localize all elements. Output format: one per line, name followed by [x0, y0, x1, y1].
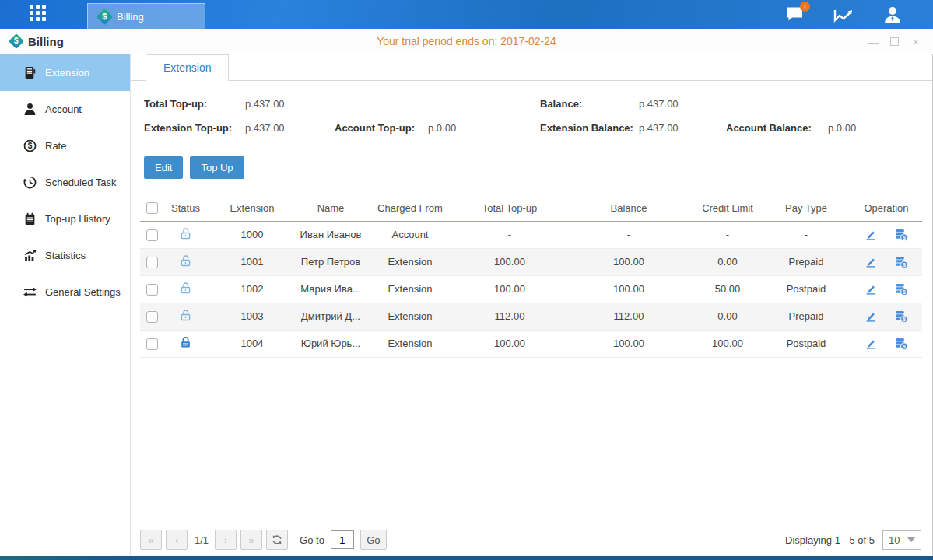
select-all-checkbox[interactable]	[146, 202, 158, 214]
sidebar-item-scheduled-task[interactable]: Scheduled Task	[0, 164, 130, 201]
extension-topup-label: Extension Top-up:	[144, 122, 245, 134]
cell-balance: 100.00	[564, 275, 693, 303]
sidebar-item-account[interactable]: Account	[0, 91, 130, 128]
topup-row-icon[interactable]: $	[894, 283, 908, 296]
account-balance-label: Account Balance:	[726, 122, 828, 134]
cell-charged-from: Extension	[365, 303, 455, 330]
apps-grid-icon[interactable]	[30, 5, 50, 25]
refresh-icon[interactable]	[266, 530, 288, 550]
minimize-button[interactable]: —	[867, 36, 879, 47]
col-status: Status	[163, 195, 208, 221]
table-body: 1000 Иван Иванов Account - - - - $ 1001 …	[140, 221, 922, 357]
maximize-button[interactable]	[890, 37, 899, 46]
first-page-button[interactable]: «	[140, 530, 162, 550]
sidebar-item-extension[interactable]: Extension	[0, 54, 130, 91]
window-title-bar: Your trial period ends on: 2017-02-24 $ …	[0, 29, 933, 54]
table-row: 1001 Петр Петров Extension 100.00 100.00…	[140, 248, 922, 275]
notification-badge: !	[800, 2, 810, 12]
edit-row-icon[interactable]	[865, 310, 877, 323]
lock-closed-icon	[179, 336, 192, 349]
last-page-button[interactable]: »	[240, 530, 262, 550]
cell-credit-limit: 0.00	[693, 248, 762, 275]
col-total-topup: Total Top-up	[455, 195, 564, 221]
sidebar-item-statistics[interactable]: Statistics	[0, 237, 130, 274]
sidebar-item-rate[interactable]: $ Rate	[0, 128, 130, 164]
cell-pay-type: Postpaid	[762, 330, 851, 357]
col-extension: Extension	[208, 195, 296, 221]
topup-row-icon[interactable]: $	[894, 338, 908, 350]
cell-credit-limit: 100.00	[693, 330, 762, 357]
tab-extension-label: Extension	[163, 61, 211, 74]
cell-total-topup: 100.00	[455, 330, 564, 357]
row-checkbox[interactable]	[146, 338, 158, 350]
row-checkbox[interactable]	[146, 284, 158, 296]
cell-extension: 1004	[208, 330, 296, 357]
svg-text:$: $	[28, 142, 33, 150]
edit-row-icon[interactable]	[865, 256, 877, 268]
edit-button[interactable]: Edit	[144, 156, 183, 179]
lock-open-icon	[179, 227, 192, 240]
cell-name: Дмитрий Д...	[296, 303, 365, 330]
reports-chart-icon[interactable]	[833, 7, 854, 23]
user-account-icon[interactable]	[883, 6, 902, 23]
bottom-window-edge	[0, 556, 933, 560]
sidebar-item-general-settings[interactable]: General Settings	[0, 274, 130, 310]
prev-page-button[interactable]: ‹	[166, 530, 188, 550]
col-credit-limit: Credit Limit	[693, 195, 762, 221]
cell-name: Юрий Юрь...	[296, 330, 365, 357]
dropdown-arrow-icon	[907, 537, 915, 542]
cell-total-topup: 100.00	[455, 275, 564, 303]
main-panel: Extension Total Top-up: p.437.00 Extensi…	[131, 54, 932, 556]
tab-extension[interactable]: Extension	[146, 54, 229, 81]
goto-page-input[interactable]	[331, 530, 354, 549]
extensions-table: Status Extension Name Charged From Total…	[140, 195, 922, 358]
sidebar-item-label: Top-up History	[45, 213, 110, 225]
row-checkbox[interactable]	[146, 229, 158, 241]
cell-pay-type: Prepaid	[762, 248, 851, 275]
balance-label: Balance:	[540, 98, 639, 110]
goto-label: Go to	[300, 534, 324, 546]
tab-bar: Extension	[131, 54, 932, 81]
edit-row-icon[interactable]	[865, 338, 877, 350]
cell-extension: 1000	[208, 221, 296, 248]
svg-text:$: $	[903, 289, 906, 295]
account-balance-value: p.0.00	[828, 122, 856, 134]
topup-row-icon[interactable]: $	[894, 229, 908, 241]
displaying-summary: Displaying 1 - 5 of 5	[785, 534, 875, 546]
total-topup-label: Total Top-up:	[144, 98, 245, 110]
close-button[interactable]: ×	[910, 36, 922, 47]
table-row: 1004 Юрий Юрь... Extension 100.00 100.00…	[140, 330, 922, 357]
dollar-circle-icon: $	[23, 139, 37, 152]
row-checkbox[interactable]	[146, 257, 158, 268]
sidebar-item-label: Rate	[45, 140, 66, 152]
cell-name: Иван Иванов	[296, 221, 365, 248]
topup-row-icon[interactable]: $	[894, 310, 908, 323]
account-topup-label: Account Top-up:	[335, 122, 428, 134]
notifications-chat-icon[interactable]: !	[785, 6, 804, 23]
cell-charged-from: Account	[365, 221, 455, 248]
col-pay-type: Pay Type	[762, 195, 851, 221]
edit-row-icon[interactable]	[865, 283, 877, 296]
cell-total-topup: -	[455, 221, 564, 248]
sidebar-item-label: Extension	[45, 67, 89, 79]
lock-open-icon	[179, 254, 192, 268]
row-checkbox[interactable]	[146, 311, 158, 323]
edit-row-icon[interactable]	[865, 229, 877, 241]
extension-balance-value: p.437.00	[639, 122, 726, 134]
cell-extension: 1003	[208, 303, 296, 330]
cell-balance: 100.00	[564, 248, 693, 275]
window-title: Billing	[28, 35, 64, 48]
cell-credit-limit: 0.00	[693, 303, 762, 330]
topup-row-icon[interactable]: $	[894, 256, 908, 268]
sidebar-item-topup-history[interactable]: Top-up History	[0, 201, 130, 237]
topup-button[interactable]: Top Up	[190, 156, 244, 179]
sidebar-item-label: General Settings	[45, 286, 121, 298]
go-button[interactable]: Go	[360, 530, 387, 550]
billing-app-tab[interactable]: $ Billing	[87, 3, 205, 29]
next-page-button[interactable]: ›	[215, 530, 237, 550]
sidebar: Extension Account $ Rate Scheduled Task …	[0, 54, 131, 556]
sidebar-item-label: Account	[45, 103, 82, 115]
cell-balance: 100.00	[564, 330, 693, 357]
col-name: Name	[296, 195, 365, 221]
page-size-select[interactable]: 10	[882, 530, 921, 550]
